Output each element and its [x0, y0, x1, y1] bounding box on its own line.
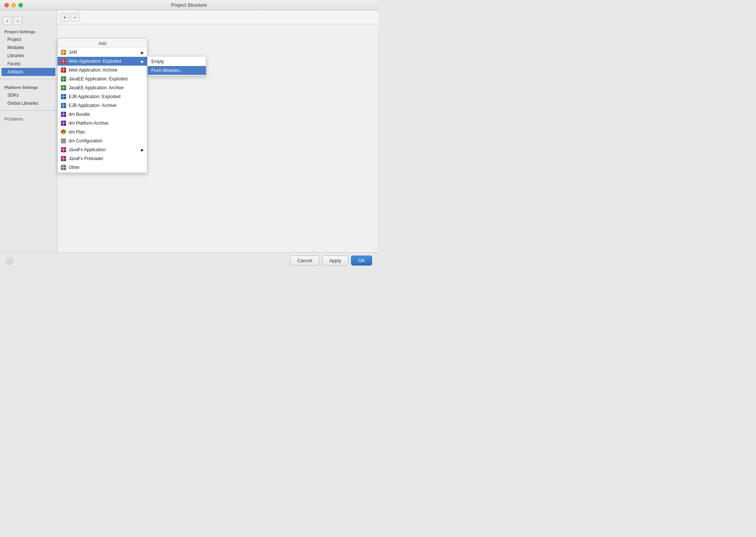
javafx-preloader-icon [61, 156, 66, 162]
maximize-button[interactable] [18, 3, 23, 7]
other-icon [61, 164, 66, 170]
dm-platform-archive-icon [61, 120, 66, 126]
content-area: + − Add JAR ▶ We [57, 10, 378, 252]
sidebar-item-libraries[interactable]: Libraries [0, 52, 57, 60]
menu-item-javafx-preloader[interactable]: JavaFx Preloader [58, 154, 147, 163]
dropdown-menu: Add JAR ▶ Web Application: Exploded ▶ [57, 38, 147, 173]
sidebar-item-modules[interactable]: Modules [0, 44, 57, 52]
web-app-archive-icon [61, 67, 66, 73]
sidebar-item-project[interactable]: Project [0, 35, 57, 44]
javafx-app-icon [61, 147, 66, 153]
close-button[interactable] [4, 3, 9, 7]
platform-settings-label: Platform Settings [0, 82, 57, 91]
traffic-lights [4, 3, 23, 7]
apply-button[interactable]: Apply [322, 256, 348, 266]
window-title: Project Structure [171, 2, 207, 8]
menu-item-other[interactable]: Other [58, 163, 147, 172]
sidebar-item-artifacts[interactable]: Artifacts [1, 68, 55, 76]
submenu: Empty From Modules... [147, 56, 206, 76]
title-bar: Project Structure [0, 0, 378, 10]
menu-item-web-app-exploded[interactable]: Web Application: Exploded ▶ Empty From M… [58, 57, 147, 66]
menu-header: Add [58, 39, 147, 48]
menu-item-dm-plan[interactable]: dm Plan [58, 128, 147, 136]
menu-item-web-app-archive[interactable]: Web Application: Archive [58, 66, 147, 75]
web-app-exploded-icon [61, 58, 66, 64]
sidebar-item-facets[interactable]: Facets [0, 60, 57, 68]
arrow-icon-3: ▶ [141, 148, 144, 152]
arrow-icon: ▶ [141, 51, 144, 55]
javaee-exploded-icon [61, 76, 66, 82]
menu-item-javaee-archive[interactable]: JavaEE Application: Archive [58, 83, 147, 92]
sidebar-item-problems[interactable]: Problems [0, 114, 57, 123]
forward-button[interactable]: › [13, 16, 22, 25]
menu-item-javafx-app[interactable]: JavaFx Application ▶ [58, 145, 147, 154]
menu-item-ejb-archive[interactable]: EJB Application: Archive [58, 101, 147, 110]
menu-item-dm-configuration[interactable]: dm Configuration [58, 136, 147, 145]
dm-config-icon [61, 138, 66, 144]
arrow-icon-2: ▶ [141, 59, 144, 63]
menu-item-ejb-exploded[interactable]: EJB Application: Exploded [58, 92, 147, 101]
sidebar-item-global-libraries[interactable]: Global Libraries [0, 99, 57, 107]
back-button[interactable]: ‹ [3, 16, 12, 25]
dm-bundle-icon [61, 111, 66, 117]
toolbar: + − [57, 10, 378, 24]
ok-button[interactable]: OK [351, 256, 372, 266]
submenu-item-empty[interactable]: Empty [148, 57, 206, 66]
sidebar-divider-2 [0, 110, 57, 111]
dm-plan-icon [61, 129, 66, 135]
project-settings-label: Project Settings [0, 27, 57, 35]
menu-item-dm-bundle[interactable]: dm Bundle [58, 110, 147, 119]
ejb-archive-icon [61, 103, 66, 108]
javaee-archive-icon [61, 85, 66, 91]
jar-icon [61, 49, 66, 55]
menu-item-dm-platform-archive[interactable]: dm Platform Archive [58, 119, 147, 128]
help-button[interactable]: ? [6, 257, 13, 264]
menu-item-jar[interactable]: JAR ▶ [58, 48, 147, 57]
ejb-exploded-icon [61, 94, 66, 100]
sidebar: ‹ › Project Settings Project Modules Lib… [0, 10, 57, 252]
minimize-button[interactable] [11, 3, 16, 7]
sidebar-item-sdks[interactable]: SDKs [0, 91, 57, 99]
main-layout: ‹ › Project Settings Project Modules Lib… [0, 10, 378, 252]
cancel-button[interactable]: Cancel [290, 256, 319, 266]
bottom-bar: ? Cancel Apply OK [0, 252, 378, 268]
sidebar-divider [0, 79, 57, 79]
remove-button[interactable]: − [71, 13, 79, 22]
menu-item-javaee-exploded[interactable]: JavaEE Application: Exploded [58, 75, 147, 83]
add-button[interactable]: + [60, 13, 69, 22]
submenu-item-from-modules[interactable]: From Modules... [148, 66, 206, 75]
